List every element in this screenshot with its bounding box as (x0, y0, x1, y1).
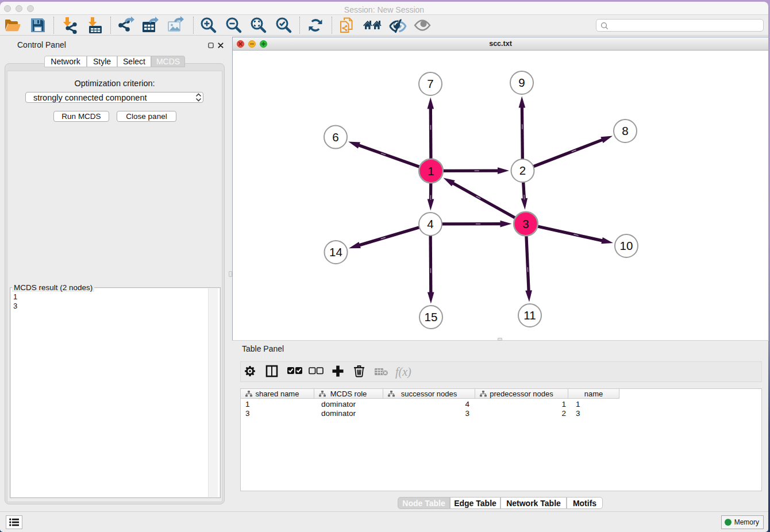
svg-text:4: 4 (427, 217, 433, 230)
svg-text:3: 3 (522, 217, 529, 230)
svg-text:6: 6 (332, 130, 338, 144)
svg-text:9: 9 (518, 76, 525, 89)
svg-text:8: 8 (622, 124, 628, 137)
svg-text:1: 1 (428, 164, 434, 178)
svg-text:14: 14 (329, 245, 342, 259)
svg-text:7: 7 (427, 77, 433, 90)
svg-text:2: 2 (519, 164, 526, 177)
svg-text:15: 15 (425, 310, 438, 323)
svg-text:11: 11 (523, 309, 536, 322)
svg-text:10: 10 (620, 239, 633, 252)
